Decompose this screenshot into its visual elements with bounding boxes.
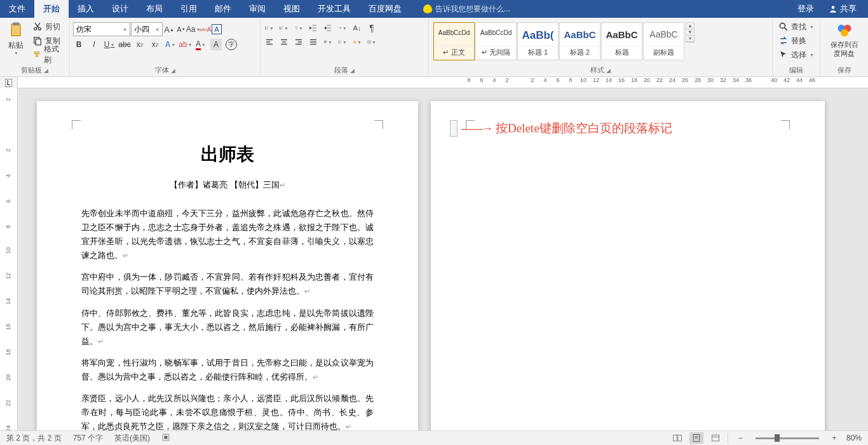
tell-me-search[interactable]: 告诉我您想要做什么... <box>423 4 510 15</box>
svg-rect-55 <box>165 435 167 438</box>
style-option[interactable]: AaBb(标题 1 <box>517 22 559 60</box>
tab-references[interactable]: 引用 <box>172 0 206 18</box>
char-border-icon[interactable]: A <box>212 24 222 34</box>
format-painter-button[interactable]: 格式刷 <box>30 48 66 62</box>
language-status[interactable]: 英语(美国) <box>114 433 150 444</box>
document-page-2[interactable]: ——→ 按Delete键删除空白页的段落标记 <box>431 101 825 430</box>
align-right-icon[interactable] <box>293 36 304 48</box>
tab-developer[interactable]: 开发工具 <box>309 0 360 18</box>
vertical-ruler[interactable]: 2246810121416182022242628 <box>0 88 18 430</box>
zoom-level[interactable]: 80% <box>846 434 862 442</box>
tab-review[interactable]: 审阅 <box>240 0 275 18</box>
style-option[interactable]: AaBbCcDd↵ 无间隔 <box>475 22 517 60</box>
svg-point-49 <box>780 23 785 28</box>
annotation-text: 按Delete键删除空白页的段落标记 <box>496 120 672 137</box>
document-page-1[interactable]: 出师表 【作者】诸葛亮 【朝代】三国↵ 先帝创业未半而中道崩殂，今天下三分，益州… <box>37 101 418 430</box>
document-paragraph: 宫中府中，俱为一体，陟罚臧否，不宜异同。若有作奸犯科及为忠善者，宜付有司论其刑赏… <box>81 270 374 298</box>
tab-home[interactable]: 开始 <box>34 0 69 18</box>
clipboard-dialog-icon[interactable]: ◢ <box>44 67 48 74</box>
tab-insert[interactable]: 插入 <box>69 0 103 18</box>
cut-button[interactable]: 剪切 <box>30 20 66 34</box>
borders-icon[interactable]: ▼ <box>366 36 377 48</box>
bulb-icon <box>423 4 432 13</box>
grow-font-icon[interactable]: A▲ <box>163 24 175 35</box>
font-size-select[interactable]: 小四▼ <box>131 22 163 36</box>
margin-corner-icon <box>374 120 383 129</box>
line-spacing-icon[interactable]: ▼ <box>337 36 348 48</box>
document-subtitle: 【作者】诸葛亮 【朝代】三国↵ <box>81 179 374 191</box>
paragraph-dialog-icon[interactable]: ◢ <box>350 67 355 74</box>
numbering-icon[interactable]: 123▼ <box>278 22 290 34</box>
svg-point-11 <box>265 29 266 29</box>
multilevel-icon[interactable]: ▼ <box>293 22 304 34</box>
paste-button[interactable]: 粘贴▼ <box>3 20 29 57</box>
font-color-icon[interactable]: A▼ <box>195 39 207 50</box>
italic-icon[interactable]: I <box>88 39 100 50</box>
show-marks-icon[interactable]: ¶ <box>366 22 377 34</box>
tab-mailings[interactable]: 邮件 <box>206 0 240 18</box>
svg-rect-61 <box>712 435 719 441</box>
font-family-select[interactable]: 仿宋▼ <box>73 22 130 36</box>
styles-dialog-icon[interactable]: ◢ <box>606 67 611 74</box>
phonetic-guide-icon[interactable]: wénA <box>200 24 211 35</box>
horizontal-ruler[interactable]: 8642246810121416182022242628303234364042… <box>18 77 868 88</box>
style-option[interactable]: AaBbC副标题 <box>643 22 684 60</box>
distribute-icon[interactable]: ▼ <box>322 36 334 48</box>
web-layout-icon[interactable] <box>709 432 722 444</box>
bullets-icon[interactable]: ▼ <box>264 22 275 34</box>
macro-icon[interactable] <box>161 433 170 444</box>
gallery-down-icon[interactable]: ▼ <box>686 29 694 36</box>
underline-icon[interactable]: U▼ <box>104 39 115 50</box>
tab-layout[interactable]: 布局 <box>137 0 172 18</box>
document-paragraph: 亲贤臣，远小人，此先汉所以兴隆也；亲小人，远贤臣，此后汉所以倾颓也。先帝在时，每… <box>81 392 374 430</box>
tab-file[interactable]: 文件 <box>0 0 34 18</box>
shrink-font-icon[interactable]: A▼ <box>175 24 187 35</box>
font-dialog-icon[interactable]: ◢ <box>171 67 175 74</box>
svg-point-0 <box>832 6 835 9</box>
annotation-callout: ——→ 按Delete键删除空白页的段落标记 <box>450 120 672 137</box>
word-count[interactable]: 757 个字 <box>73 433 103 444</box>
zoom-slider[interactable] <box>756 437 819 439</box>
char-shading-icon[interactable]: A <box>210 39 222 50</box>
style-option[interactable]: AaBbC标题 <box>601 22 642 60</box>
justify-icon[interactable] <box>308 36 319 48</box>
read-mode-icon[interactable] <box>670 432 684 444</box>
strike-icon[interactable]: abc <box>119 39 130 50</box>
shading-icon[interactable]: ▼ <box>351 36 363 48</box>
select-icon <box>778 50 789 60</box>
enclose-char-icon[interactable]: 字 <box>226 39 237 50</box>
superscript-icon[interactable]: x2 <box>149 39 161 50</box>
share-button[interactable]: 共享 <box>824 2 862 16</box>
replace-icon <box>778 36 789 46</box>
replace-button[interactable]: 替换 <box>776 34 809 48</box>
increase-indent-icon[interactable] <box>322 22 334 34</box>
login-link[interactable]: 登录 <box>797 3 814 15</box>
document-paragraph: 将军向宠，性行淑均，晓畅军事，试用于昔日，先帝称之曰能，是以众议举宠为督。愚以为… <box>81 356 374 384</box>
change-case-icon[interactable]: Aa▼ <box>187 24 199 35</box>
zoom-in-icon[interactable]: + <box>827 432 841 444</box>
align-left-icon[interactable] <box>264 36 275 48</box>
align-center-icon[interactable] <box>278 36 290 48</box>
sort-icon[interactable]: A↓ <box>351 22 363 34</box>
print-layout-icon[interactable] <box>689 432 703 444</box>
tab-view[interactable]: 视图 <box>275 0 309 18</box>
paste-icon <box>7 21 25 39</box>
gallery-more-icon[interactable]: ▾ <box>686 36 694 42</box>
tab-baidu[interactable]: 百度网盘 <box>360 0 410 18</box>
select-button[interactable]: 选择▼ <box>776 48 817 62</box>
find-button[interactable]: 查找▼ <box>776 20 817 34</box>
subscript-icon[interactable]: x2 <box>134 39 146 50</box>
style-option[interactable]: AaBbC标题 2 <box>559 22 600 60</box>
decrease-indent-icon[interactable] <box>308 22 319 34</box>
svg-point-7 <box>265 27 266 27</box>
asian-layout-icon[interactable]: ▼ <box>337 22 348 34</box>
tab-design[interactable]: 设计 <box>103 0 137 18</box>
text-effects-icon[interactable]: A▼ <box>165 39 176 50</box>
zoom-out-icon[interactable]: − <box>733 432 747 444</box>
page-count[interactable]: 第 2 页，共 2 页 <box>6 433 62 444</box>
style-option[interactable]: AaBbCcDd↵ 正文 <box>433 22 475 60</box>
highlight-icon[interactable]: ab▼ <box>180 39 191 50</box>
save-baidu-button[interactable]: 保存到百度网盘 <box>824 20 865 60</box>
bold-icon[interactable]: B <box>73 39 85 50</box>
gallery-up-icon[interactable]: ▲ <box>686 23 694 29</box>
